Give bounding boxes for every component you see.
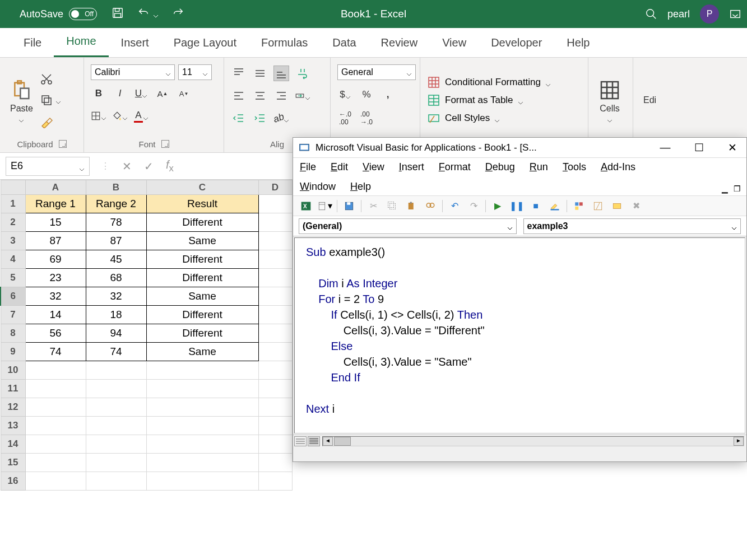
vba-menu-help[interactable]: Help bbox=[350, 181, 371, 193]
font-size-combo[interactable]: 11 bbox=[178, 64, 212, 80]
borders-button[interactable] bbox=[91, 108, 106, 124]
vba-object-combo[interactable]: (General) bbox=[299, 218, 517, 234]
percent-button[interactable]: % bbox=[359, 87, 374, 102]
cell-B5[interactable]: 68 bbox=[86, 269, 146, 287]
vba-menu-add-ins[interactable]: Add-Ins bbox=[601, 161, 635, 173]
row-header-3[interactable]: 3 bbox=[1, 232, 25, 250]
chevron-down-icon[interactable] bbox=[79, 164, 85, 169]
cell-B6[interactable]: 32 bbox=[86, 287, 146, 306]
project-explorer-button[interactable] bbox=[572, 199, 586, 213]
row-header-8[interactable]: 8 bbox=[1, 324, 25, 343]
tab-review[interactable]: Review bbox=[369, 29, 430, 57]
bold-button[interactable]: B bbox=[91, 86, 106, 101]
align-middle-button[interactable] bbox=[252, 66, 268, 81]
accept-formula-button[interactable]: ✓ bbox=[144, 160, 154, 173]
row-header-12[interactable]: 12 bbox=[1, 398, 25, 417]
copy-button[interactable] bbox=[40, 92, 61, 108]
avatar[interactable]: P bbox=[700, 4, 719, 24]
break-button[interactable]: ❚❚ bbox=[509, 199, 524, 213]
select-all-corner[interactable] bbox=[1, 180, 25, 195]
row-header-15[interactable]: 15 bbox=[1, 454, 25, 472]
tab-data[interactable]: Data bbox=[320, 29, 368, 57]
paste-button[interactable] bbox=[404, 199, 419, 213]
cell-A7[interactable]: 14 bbox=[25, 306, 86, 324]
autosave-toggle[interactable]: Off bbox=[69, 8, 97, 20]
cell-B9[interactable]: 74 bbox=[86, 343, 146, 361]
vba-titlebar[interactable]: Microsoft Visual Basic for Applications … bbox=[293, 138, 746, 158]
currency-button[interactable]: $ bbox=[337, 87, 353, 102]
row-header-14[interactable]: 14 bbox=[1, 435, 25, 454]
cell-A3[interactable]: 87 bbox=[25, 232, 86, 250]
vba-menu-edit[interactable]: Edit bbox=[331, 161, 348, 173]
cell-A6[interactable]: 32 bbox=[25, 287, 86, 306]
table-header-cell[interactable]: Range 2 bbox=[86, 195, 146, 213]
paste-button[interactable]: Paste bbox=[7, 62, 36, 138]
increase-indent-button[interactable] bbox=[252, 110, 268, 126]
shrink-font-button[interactable]: A▼ bbox=[176, 86, 192, 101]
underline-button[interactable]: U bbox=[133, 86, 149, 101]
cell-A2[interactable]: 15 bbox=[25, 213, 86, 232]
cell-C9[interactable]: Same bbox=[146, 343, 258, 361]
insert-module-button[interactable]: ▾ bbox=[318, 199, 332, 213]
decrease-decimal-button[interactable]: .00→.0 bbox=[359, 110, 374, 126]
align-right-button[interactable] bbox=[273, 88, 289, 104]
cell-C5[interactable]: Different bbox=[146, 269, 258, 287]
number-format-combo[interactable]: General bbox=[337, 64, 416, 80]
vba-procedure-view-button[interactable] bbox=[294, 436, 307, 446]
autosave[interactable]: AutoSave Off bbox=[0, 8, 105, 20]
editing-button[interactable]: Edi bbox=[640, 62, 660, 138]
cell-C2[interactable]: Different bbox=[146, 213, 258, 232]
align-top-button[interactable] bbox=[231, 66, 247, 81]
font-launcher[interactable] bbox=[161, 140, 169, 148]
col-header-B[interactable]: B bbox=[86, 180, 146, 195]
orientation-button[interactable]: ab bbox=[273, 110, 289, 126]
align-left-button[interactable] bbox=[231, 88, 247, 104]
row-header-9[interactable]: 9 bbox=[1, 343, 25, 361]
tab-home[interactable]: Home bbox=[54, 27, 108, 57]
vba-menu-debug[interactable]: Debug bbox=[485, 161, 515, 173]
merge-button[interactable] bbox=[295, 88, 310, 104]
italic-button[interactable]: I bbox=[112, 86, 128, 101]
row-header-11[interactable]: 11 bbox=[1, 380, 25, 398]
conditional-formatting-button[interactable]: Conditional Formatting bbox=[427, 76, 551, 89]
close-button[interactable]: ✕ bbox=[724, 141, 741, 154]
tab-view[interactable]: View bbox=[430, 29, 479, 57]
fx-button[interactable]: fx bbox=[166, 158, 174, 174]
col-header-A[interactable]: A bbox=[25, 180, 86, 195]
undo-button[interactable] bbox=[131, 7, 165, 22]
vba-code-pane[interactable]: Sub example3() Dim i As Integer For i = … bbox=[294, 237, 745, 433]
decrease-indent-button[interactable] bbox=[231, 110, 247, 126]
font-name-combo[interactable]: Calibri bbox=[91, 64, 175, 80]
table-header-cell[interactable]: Result bbox=[146, 195, 258, 213]
wrap-text-button[interactable] bbox=[295, 66, 310, 81]
row-header-10[interactable]: 10 bbox=[1, 361, 25, 380]
cancel-formula-button[interactable]: ✕ bbox=[122, 160, 132, 173]
cell-B3[interactable]: 87 bbox=[86, 232, 146, 250]
stop-button[interactable]: ■ bbox=[528, 199, 543, 213]
clipboard-launcher[interactable] bbox=[59, 140, 67, 148]
fill-color-button[interactable] bbox=[112, 108, 128, 124]
save-button[interactable] bbox=[342, 199, 356, 213]
cell-C6[interactable]: Same bbox=[146, 287, 258, 306]
find-button[interactable] bbox=[423, 199, 438, 213]
col-header-D[interactable]: D bbox=[258, 180, 292, 195]
cell-A4[interactable]: 69 bbox=[25, 250, 86, 269]
vba-menu-view[interactable]: View bbox=[363, 161, 384, 173]
row-header-2[interactable]: 2 bbox=[1, 213, 25, 232]
row-header-1[interactable]: 1 bbox=[1, 195, 25, 213]
col-header-C[interactable]: C bbox=[146, 180, 258, 195]
cell-styles-button[interactable]: Cell Styles bbox=[427, 111, 551, 125]
cell-C3[interactable]: Same bbox=[146, 232, 258, 250]
vba-window[interactable]: Microsoft Visual Basic for Applications … bbox=[293, 137, 747, 462]
user-name[interactable]: pearl bbox=[667, 8, 690, 20]
format-painter-button[interactable] bbox=[40, 114, 61, 129]
row-header-16[interactable]: 16 bbox=[1, 472, 25, 491]
mdi-restore-button[interactable]: ❐ bbox=[734, 184, 741, 193]
tab-formulas[interactable]: Formulas bbox=[249, 29, 320, 57]
align-center-button[interactable] bbox=[252, 88, 268, 104]
excel-icon[interactable]: X bbox=[299, 199, 313, 213]
row-header-6[interactable]: 6 bbox=[1, 287, 25, 306]
tab-developer[interactable]: Developer bbox=[479, 29, 554, 57]
row-header-5[interactable]: 5 bbox=[1, 269, 25, 287]
ribbon-options-icon[interactable] bbox=[729, 8, 741, 20]
